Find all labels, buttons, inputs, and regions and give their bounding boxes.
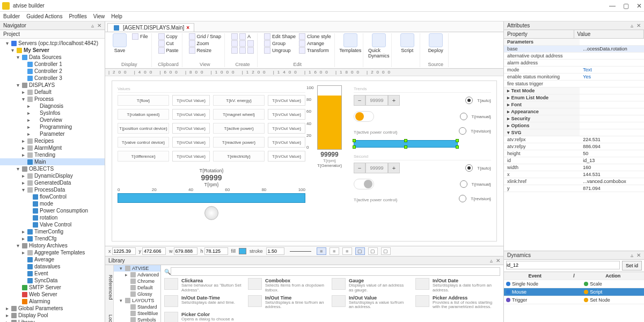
- lib-tree-item[interactable]: ▾LAYOUTS: [114, 297, 160, 304]
- tree-item[interactable]: Main: [0, 158, 105, 165]
- label-box[interactable]: T{rotation speed}: [118, 109, 169, 120]
- tree-item[interactable]: ▸TimerConfig: [0, 228, 105, 235]
- menu-view[interactable]: View: [93, 13, 105, 19]
- stepper-2[interactable]: − 99999 +: [354, 163, 400, 173]
- maximize-icon[interactable]: ▢: [623, 2, 629, 10]
- label-box[interactable]: T{magnet wheel}: [213, 109, 265, 120]
- toggle-control-2[interactable]: [354, 179, 374, 189]
- label-box[interactable]: T{difference}: [118, 151, 169, 162]
- tree-item[interactable]: datavalues: [0, 263, 105, 270]
- lib-tree-item[interactable]: Chrome: [114, 278, 160, 284]
- gallery-item[interactable]: In/Out TimeSets/displays a time to/from …: [248, 295, 325, 310]
- tree-item[interactable]: ▾ProcessData: [0, 186, 105, 193]
- attr-row[interactable]: ▸ Text Mode: [504, 87, 644, 94]
- attr-dock-icon[interactable]: ▵: [631, 23, 633, 28]
- valign-top-icon[interactable]: ▢: [355, 247, 365, 255]
- attr-row[interactable]: height50: [504, 150, 644, 157]
- deploy-button[interactable]: Deploy: [426, 33, 446, 53]
- attr-row[interactable]: base...ocessData.rotation: [504, 46, 644, 53]
- stroke-style-picker[interactable]: [290, 251, 311, 252]
- templates-button[interactable]: Templates: [340, 33, 361, 53]
- radio-auto[interactable]: [465, 97, 473, 104]
- stepper2-minus[interactable]: −: [354, 163, 365, 173]
- lib-tree-item[interactable]: Glossy: [114, 291, 160, 297]
- lib-dock-icon[interactable]: ▵: [490, 258, 493, 264]
- tree-item[interactable]: ▾DISPLAYS: [0, 82, 105, 89]
- inout-value[interactable]: T{In/Out Value}: [172, 151, 210, 162]
- tree-item[interactable]: ▾Servers (opc.tcp://localhost:4842): [0, 40, 105, 47]
- tree-item[interactable]: ▸DynamicDisplay: [0, 172, 105, 179]
- file-button[interactable]: File: [131, 33, 149, 40]
- tree-item[interactable]: ▾Process: [0, 96, 105, 103]
- dynamics-id-input[interactable]: [506, 261, 620, 269]
- attributes-body[interactable]: Parametersbase...ocessData.rotationalter…: [504, 39, 644, 251]
- tab-close-icon[interactable]: ×: [186, 25, 189, 31]
- attr-row[interactable]: alternative output address: [504, 53, 644, 60]
- resize-button[interactable]: Resize: [188, 47, 223, 54]
- save-button[interactable]: Save: [109, 33, 130, 53]
- tree-item[interactable]: ▾OBJECTS: [0, 165, 105, 172]
- dyn-close-icon[interactable]: ✕: [636, 252, 641, 258]
- attr-row[interactable]: fire status trigger: [504, 80, 644, 87]
- radio2-manual[interactable]: [460, 180, 467, 188]
- tree-item[interactable]: ▸TrendCfg: [0, 235, 105, 242]
- dynamics-table[interactable]: Event/ActionSingle NodeScaleMouseScriptT…: [504, 272, 644, 322]
- tree-item[interactable]: SMTP Server: [0, 284, 105, 291]
- stepper-minus[interactable]: −: [354, 95, 365, 106]
- attr-close-icon[interactable]: ✕: [636, 23, 641, 28]
- tree-item[interactable]: ▾Data Sources: [0, 54, 105, 61]
- inout-value[interactable]: T{In/Out Value}: [172, 109, 210, 120]
- label-box[interactable]: T{kV. energy}: [213, 95, 265, 106]
- tree-item[interactable]: ▾History Archives: [0, 242, 105, 249]
- attr-row[interactable]: x144.531: [504, 171, 644, 178]
- library-tree[interactable]: ▾ATVISE▸AdvancedChromeDefaultGlossy▾LAYO…: [114, 265, 160, 322]
- quick-dynamics-button[interactable]: Quick Dynamics: [369, 33, 389, 58]
- lib-tree-item[interactable]: Standard: [114, 304, 160, 310]
- gallery-item[interactable]: In/Out Date-TimeSets/displays date and t…: [164, 295, 241, 310]
- minimize-icon[interactable]: —: [609, 2, 616, 10]
- attr-row[interactable]: modeText: [504, 67, 644, 74]
- gallery-item[interactable]: Picker ColorOpens a dialog to choose a c…: [164, 312, 241, 322]
- stepper2-plus[interactable]: +: [388, 163, 400, 173]
- attr-row[interactable]: ▸ Options: [504, 122, 644, 129]
- attr-row[interactable]: atv:refpx224.531: [504, 136, 644, 143]
- tree-item[interactable]: ▸Global Parameters: [0, 305, 105, 312]
- toggle-control-1[interactable]: [354, 111, 374, 122]
- radio2-auto[interactable]: [465, 164, 473, 172]
- selected-bar[interactable]: [354, 140, 458, 148]
- lib-close-icon[interactable]: ✕: [496, 258, 500, 264]
- coord-x[interactable]: [112, 247, 136, 255]
- tree-item[interactable]: Power Consumption: [0, 207, 105, 214]
- stepper-plus[interactable]: +: [388, 95, 400, 106]
- attr-row[interactable]: ▾ SVG: [504, 129, 644, 136]
- tree-item[interactable]: Average: [0, 256, 105, 263]
- tree-item[interactable]: ▸SysInfos: [0, 109, 105, 116]
- attr-row[interactable]: atv:refpy886.094: [504, 143, 644, 150]
- attr-row[interactable]: width160: [504, 164, 644, 171]
- paste-button[interactable]: Paste: [157, 47, 180, 54]
- tree-item[interactable]: Web Server: [0, 291, 105, 298]
- copy-button[interactable]: Copy: [157, 33, 180, 40]
- tree-item[interactable]: ▸Default: [0, 89, 105, 96]
- tree-item[interactable]: Valve Control: [0, 221, 105, 228]
- tree-item[interactable]: mode: [0, 200, 105, 207]
- inout-value[interactable]: T{In/Out Value}: [268, 123, 305, 134]
- tree-item[interactable]: ▸AlarmMgmt: [0, 144, 105, 151]
- inout-value[interactable]: T{In/Out Value}: [268, 137, 305, 148]
- attr-row[interactable]: enable status monitoringYes: [504, 74, 644, 80]
- coord-h[interactable]: [204, 247, 228, 255]
- dyn-dock-icon[interactable]: ▵: [631, 252, 633, 258]
- shape-tool2[interactable]: [230, 40, 255, 47]
- dynamics-row[interactable]: MouseScript: [504, 288, 644, 296]
- document-tab-main[interactable]: [AGENT.DISPLAYS.Main] ×: [107, 23, 194, 32]
- fill-swatch[interactable]: [239, 248, 246, 254]
- tree-item[interactable]: Alarming: [0, 298, 105, 305]
- tree-item[interactable]: Controller 1: [0, 61, 105, 68]
- inout-value[interactable]: T{In/Out Value}: [268, 95, 305, 106]
- tree-item[interactable]: Controller 3: [0, 75, 105, 82]
- radio2-revision[interactable]: [459, 195, 466, 202]
- clonestyle-button[interactable]: Clone style: [298, 33, 332, 40]
- tree-item[interactable]: ▸Overview: [0, 116, 105, 123]
- shape-tool[interactable]: A: [230, 33, 255, 40]
- label-box[interactable]: T{electricity}: [213, 151, 265, 162]
